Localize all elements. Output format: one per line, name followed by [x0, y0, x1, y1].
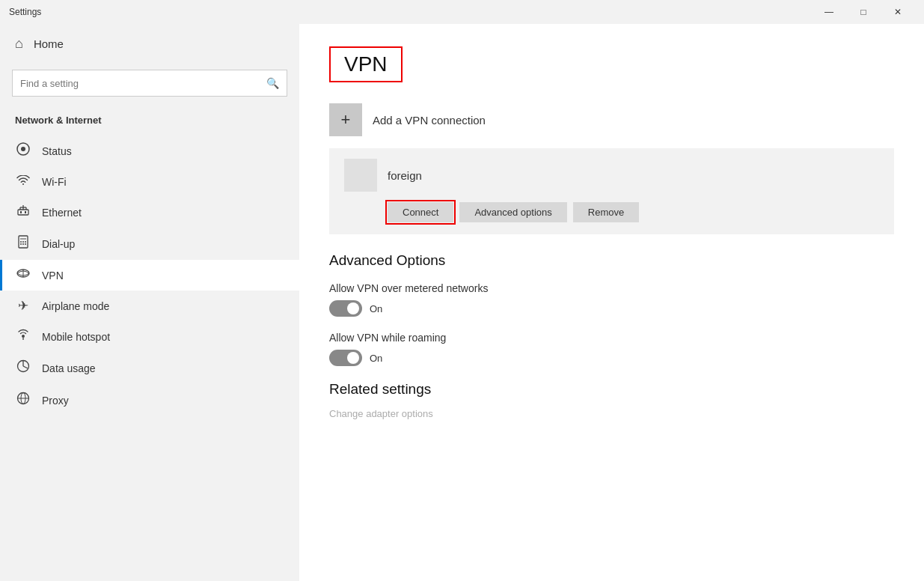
toggle-roaming-switch[interactable]: [329, 350, 362, 366]
sidebar-item-hotspot[interactable]: Mobile hotspot: [0, 321, 299, 352]
svg-point-1: [21, 147, 25, 151]
sidebar-dialup-label: Dial-up: [42, 238, 75, 250]
proxy-icon: [15, 392, 31, 409]
svg-rect-9: [25, 211, 26, 213]
sidebar-item-datausage[interactable]: Data usage: [0, 352, 299, 384]
sidebar-item-home[interactable]: ⌂ Home: [0, 24, 299, 64]
add-vpn-icon[interactable]: +: [329, 103, 362, 136]
app-container: ⌂ Home 🔍 Network & Internet Status: [0, 24, 924, 581]
svg-point-15: [22, 243, 24, 245]
sidebar-section-title: Network & Internet: [0, 109, 299, 135]
search-box[interactable]: 🔍: [12, 70, 287, 97]
main-content: VPN + Add a VPN connection foreign Conne…: [299, 24, 924, 581]
vpn-connection-name: foreign: [388, 169, 422, 182]
sidebar-airplane-label: Airplane mode: [42, 300, 109, 312]
status-icon: [15, 142, 31, 159]
sidebar-hotspot-label: Mobile hotspot: [42, 331, 110, 343]
add-vpn-label: Add a VPN connection: [373, 114, 486, 127]
vpn-connection-icon: [344, 159, 377, 192]
toggle-metered-state: On: [370, 303, 382, 314]
sidebar: ⌂ Home 🔍 Network & Internet Status: [0, 24, 299, 581]
svg-point-12: [22, 241, 24, 243]
change-adapter-link[interactable]: Change adapter options: [329, 408, 433, 419]
toggle-metered-label: Allow VPN over metered networks: [329, 282, 894, 294]
connect-button[interactable]: Connect: [388, 202, 453, 222]
vpn-connection-card: foreign Connect Advanced options Remove: [329, 148, 894, 234]
svg-point-14: [20, 243, 22, 245]
advanced-options-heading: Advanced Options: [329, 252, 894, 269]
dialup-icon: [15, 235, 31, 252]
svg-point-13: [25, 241, 26, 243]
svg-point-16: [25, 243, 26, 245]
sidebar-item-vpn[interactable]: VPN: [0, 260, 299, 290]
app-title: Settings: [9, 7, 41, 17]
sidebar-item-dialup[interactable]: Dial-up: [0, 228, 299, 260]
toggle-roaming-state: On: [370, 353, 382, 364]
home-label: Home: [34, 37, 64, 50]
sidebar-item-ethernet[interactable]: Ethernet: [0, 197, 299, 228]
search-icon: 🔍: [266, 77, 279, 89]
window-controls: — □ ✕: [812, 0, 915, 24]
add-vpn-row[interactable]: + Add a VPN connection: [329, 103, 894, 136]
page-title-box: VPN: [329, 46, 403, 82]
toggle-roaming-row: On: [329, 350, 894, 366]
sidebar-item-wifi[interactable]: Wi-Fi: [0, 167, 299, 197]
datausage-icon: [15, 359, 31, 377]
airplane-icon: ✈: [15, 298, 31, 314]
sidebar-proxy-label: Proxy: [42, 395, 69, 407]
vpn-connection-top: foreign: [344, 159, 879, 192]
sidebar-status-label: Status: [42, 145, 72, 157]
toggle-roaming-label: Allow VPN while roaming: [329, 332, 894, 344]
sidebar-vpn-label: VPN: [42, 270, 64, 282]
minimize-button[interactable]: —: [812, 0, 846, 24]
toggle-metered-switch[interactable]: [329, 300, 362, 317]
title-bar: Settings — □ ✕: [0, 0, 924, 24]
remove-button[interactable]: Remove: [573, 202, 639, 222]
svg-point-19: [22, 335, 25, 338]
sidebar-item-proxy[interactable]: Proxy: [0, 384, 299, 416]
toggle-metered-networks: Allow VPN over metered networks On: [329, 282, 894, 317]
svg-rect-8: [20, 211, 22, 213]
sidebar-ethernet-label: Ethernet: [42, 207, 82, 219]
svg-rect-2: [18, 210, 28, 215]
sidebar-item-status[interactable]: Status: [0, 135, 299, 167]
vpn-buttons: Connect Advanced options Remove: [388, 202, 879, 222]
sidebar-datausage-label: Data usage: [42, 362, 96, 374]
page-title: VPN: [344, 52, 388, 76]
advanced-options-button[interactable]: Advanced options: [459, 202, 566, 222]
related-settings-heading: Related settings: [329, 381, 894, 398]
wifi-icon: [15, 174, 31, 189]
ethernet-icon: [15, 204, 31, 220]
svg-point-11: [20, 241, 22, 243]
maximize-button[interactable]: □: [846, 0, 881, 24]
vpn-icon: [15, 267, 31, 283]
home-icon: ⌂: [15, 36, 23, 52]
sidebar-item-airplane[interactable]: ✈ Airplane mode: [0, 290, 299, 321]
sidebar-wifi-label: Wi-Fi: [42, 176, 67, 188]
search-input[interactable]: [20, 78, 266, 89]
hotspot-icon: [15, 329, 31, 344]
close-button[interactable]: ✕: [881, 0, 915, 24]
toggle-roaming: Allow VPN while roaming On: [329, 332, 894, 366]
toggle-metered-row: On: [329, 300, 894, 317]
